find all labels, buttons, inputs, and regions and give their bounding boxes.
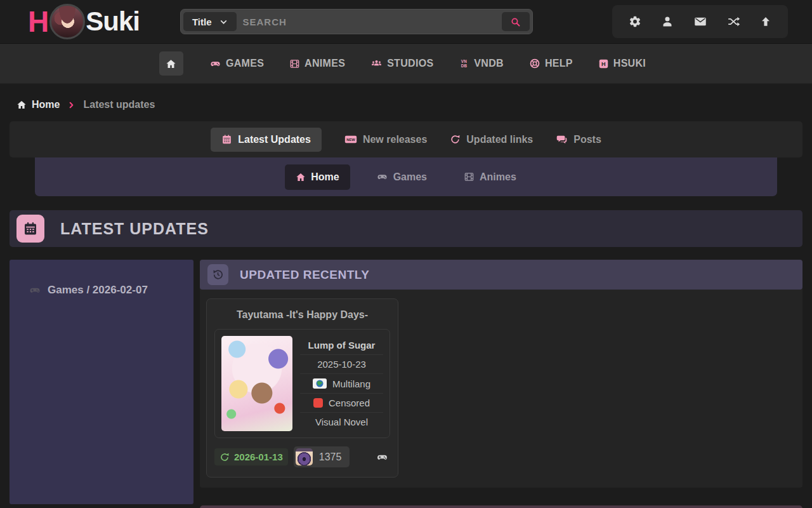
logo-text-suki: Suki	[86, 8, 140, 35]
nav-item-studios[interactable]: STUDIOS	[363, 58, 440, 69]
content-area: Games / 2026-02-07 UPDATED RECENTLY Tayu…	[10, 260, 802, 504]
tab-label: Updated links	[466, 134, 533, 145]
search-button[interactable]	[502, 12, 530, 31]
svg-text:H: H	[601, 61, 606, 67]
vndb-icon: VNDB	[459, 58, 469, 69]
scroll-top-arrow-icon[interactable]	[760, 15, 771, 28]
section-header: UPDATED RECENTLY	[200, 260, 802, 290]
subtab-label: Animes	[480, 171, 516, 183]
header-icon-group	[612, 5, 788, 38]
search-category-value: Title	[192, 17, 212, 27]
sidebar: Games / 2026-02-07	[10, 260, 193, 504]
new-badge-icon: NEW	[344, 134, 357, 145]
subtab-games[interactable]: Games	[365, 164, 438, 190]
svg-text:DB: DB	[461, 64, 468, 68]
scope-tab-bar: Home Games Animes	[35, 157, 777, 196]
nav-label: VNDB	[474, 58, 504, 69]
nav-label: HSUKI	[613, 58, 646, 69]
page: H Suki Title	[0, 0, 812, 508]
eye-icon	[296, 448, 313, 465]
tab-label: Latest Updates	[238, 134, 311, 145]
game-censorship-row: Censored	[300, 394, 383, 413]
game-studio-link[interactable]: Lump of Sugar	[300, 336, 383, 355]
home-icon	[16, 100, 27, 110]
chevron-right-icon	[68, 102, 75, 109]
tab-label: Posts	[573, 134, 601, 145]
game-card-footer: 2026-01-13 1375	[207, 438, 398, 477]
next-section-header-partial	[200, 505, 802, 508]
gamepad-icon[interactable]	[376, 451, 389, 463]
nav-item-vndb[interactable]: VNDB VNDB	[452, 58, 511, 69]
film-icon	[464, 171, 475, 182]
breadcrumb-home-link[interactable]: Home	[16, 99, 60, 110]
sidebar-group-games-date[interactable]: Games / 2026-02-07	[29, 284, 193, 297]
site-logo[interactable]: H Suki	[28, 4, 140, 39]
main-navigation: GAMES ANIMES STUDIOS VNDB VNDB HELP	[0, 44, 812, 84]
section-title: UPDATED RECENTLY	[240, 268, 369, 282]
gamepad-icon	[376, 171, 388, 182]
subtab-label: Home	[311, 171, 339, 183]
nav-label: ANIMES	[304, 58, 345, 69]
nav-item-animes[interactable]: ANIMES	[282, 58, 352, 69]
nav-label: GAMES	[226, 58, 264, 69]
nav-item-hsuki[interactable]: H HSUKI	[591, 58, 653, 69]
settings-gear-icon[interactable]	[629, 15, 641, 28]
user-icon[interactable]	[661, 15, 674, 28]
search-icon	[510, 17, 521, 27]
updates-tab-bar: Latest Updates NEW New releases Updated …	[10, 121, 802, 157]
gamepad-icon	[209, 58, 221, 69]
subtab-label: Games	[393, 171, 427, 183]
game-release-date: 2025-10-23	[300, 355, 383, 374]
sidebar-group-label: Games / 2026-02-07	[48, 284, 148, 297]
tab-posts[interactable]: Posts	[556, 134, 601, 145]
game-info-list: Lump of Sugar 2025-10-23 Multilang Cens	[300, 336, 383, 431]
tab-updated-links[interactable]: Updated links	[450, 134, 533, 145]
subtab-home[interactable]: Home	[285, 164, 350, 190]
tab-new-releases[interactable]: NEW New releases	[344, 134, 427, 145]
tab-latest-updates[interactable]: Latest Updates	[211, 128, 322, 152]
nav-label: HELP	[545, 58, 573, 69]
globe-icon	[313, 378, 327, 389]
updated-date-badge: 2026-01-13	[214, 448, 288, 465]
game-title-link[interactable]: Tayutama -It's Happy Days-	[207, 299, 398, 329]
svg-text:VN: VN	[461, 59, 467, 64]
calendar-icon	[16, 215, 44, 243]
logo-avatar	[49, 4, 85, 39]
sync-icon	[450, 134, 461, 145]
game-card: Tayutama -It's Happy Days- Lump of Sugar…	[206, 298, 398, 478]
svg-text:NEW: NEW	[346, 138, 355, 142]
game-cover-image[interactable]	[221, 336, 292, 431]
main-column: UPDATED RECENTLY Tayutama -It's Happy Da…	[200, 260, 802, 504]
censored-marker-icon	[313, 398, 323, 408]
nav-item-help[interactable]: HELP	[522, 58, 580, 69]
breadcrumb-current: Latest updates	[83, 99, 155, 110]
breadcrumb-home-label: Home	[32, 99, 60, 110]
people-icon	[370, 58, 383, 69]
game-language: Multilang	[332, 378, 370, 389]
tab-label: New releases	[363, 134, 427, 145]
home-icon	[166, 58, 176, 69]
history-icon	[207, 264, 228, 285]
h-square-icon: H	[598, 58, 609, 69]
logo-letter-h: H	[28, 7, 48, 36]
nav-item-games[interactable]: GAMES	[202, 58, 271, 69]
search-category-select[interactable]: Title	[183, 12, 237, 31]
random-shuffle-icon[interactable]	[727, 15, 740, 28]
mail-envelope-icon[interactable]	[693, 15, 707, 28]
home-icon	[296, 172, 306, 182]
views-badge: 1375	[294, 446, 350, 467]
film-icon	[289, 58, 300, 69]
page-heading-bar: LATEST UPDATES	[10, 210, 802, 247]
life-ring-icon	[529, 58, 540, 69]
search-input[interactable]	[239, 17, 499, 27]
page-title: LATEST UPDATES	[60, 220, 209, 238]
nav-home-button[interactable]	[159, 51, 183, 76]
top-header: H Suki Title	[0, 0, 812, 44]
subtab-animes[interactable]: Animes	[453, 164, 527, 190]
views-count: 1375	[319, 451, 342, 463]
nav-label: STUDIOS	[387, 58, 433, 69]
chevron-down-icon	[219, 18, 228, 26]
comments-icon	[556, 134, 568, 145]
breadcrumb: Home Latest updates	[0, 84, 812, 110]
game-category: Visual Novel	[300, 413, 383, 431]
